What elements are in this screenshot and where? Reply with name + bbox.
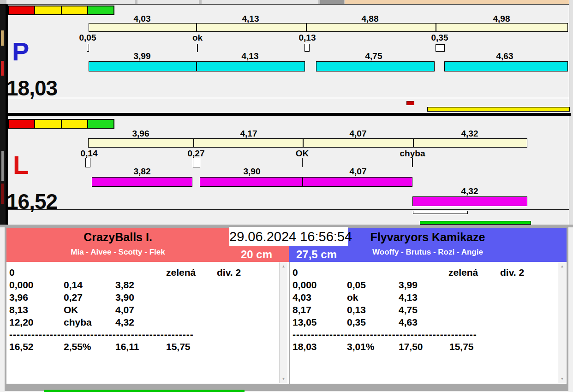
- app-window: P 18,03 4,03 4,13 4,88 4,98 0,05 ok 0,13…: [0, 0, 573, 392]
- lane-l-window: [6, 116, 569, 225]
- lane-p-mini-marker: [406, 101, 414, 105]
- table-cell: 0,13: [347, 305, 366, 315]
- table-cell: ok: [347, 293, 358, 302]
- table-cell: 12,20: [9, 318, 34, 327]
- lane-p-pass-tick: [197, 44, 198, 52]
- scroll-up-icon[interactable]: ▲: [558, 263, 566, 270]
- table-cell: zelená: [166, 268, 196, 277]
- lane-p-pass-marker: [436, 44, 445, 52]
- table-cell: 0,14: [64, 280, 83, 290]
- run-bar-divider: [196, 61, 197, 71]
- table-cell: 0,000: [9, 280, 34, 290]
- lane-l-rerun-label: 4,32: [461, 186, 478, 196]
- lane-l-pass-marker: [193, 158, 200, 167]
- lane-p-split-label: 4,13: [242, 14, 259, 24]
- lane-p-run-bar: [444, 61, 568, 71]
- lane-p-progress-bar: [427, 107, 570, 112]
- lane-l-pass-label: 0,14: [81, 148, 98, 159]
- table-separator: ----------------------------------------…: [9, 330, 194, 339]
- lane-l-rerun-bar: [412, 196, 527, 206]
- split-bar-divider: [306, 23, 307, 32]
- lane-l-run-bar: [200, 177, 412, 187]
- table-cell: 0,35: [347, 318, 366, 327]
- table-cell: 8,17: [292, 305, 311, 315]
- lane-l-pass-marker: [85, 158, 90, 167]
- lane-l-pass-tick: [302, 158, 303, 167]
- lane-p-baseline: [7, 98, 569, 98]
- lane-l-split-label: 3,96: [132, 129, 149, 139]
- background-tab-segment: [6, 0, 135, 4]
- left-table-scrollbar[interactable]: ▲ ▼: [279, 262, 287, 383]
- lane-l-baseline: [6, 209, 569, 210]
- lane-l-letter: L: [13, 152, 29, 178]
- lane-p-run-label: 4,63: [496, 51, 513, 61]
- team-left-dogs: Mia - Aivee - Scotty - Flek: [6, 248, 229, 257]
- table-cell: 4,75: [399, 305, 418, 315]
- table-cell: chyba: [64, 318, 92, 327]
- lane-l-progress-bar: [420, 221, 531, 225]
- right-table-scrollbar[interactable]: ▲ ▼: [558, 262, 566, 383]
- lane-p-split-bar: [89, 23, 568, 32]
- background-fragment: [1, 61, 4, 76]
- lane-p-run-label: 4,75: [365, 51, 382, 61]
- summary-cell: 15,75: [449, 342, 474, 351]
- lane-l-run-label: 4,07: [350, 166, 367, 177]
- split-bar-divider: [193, 138, 194, 148]
- lane-l-split-label: 4,17: [240, 129, 257, 139]
- table-cell: zelená: [448, 268, 478, 277]
- table-cell: 4,07: [115, 305, 134, 315]
- traffic-yellow-segment: [62, 6, 87, 14]
- run-bar-divider: [302, 177, 303, 187]
- lane-l-run-bar: [92, 177, 192, 187]
- scroll-down-icon[interactable]: ▼: [558, 376, 566, 382]
- summary-cell: 3,01%: [347, 342, 375, 351]
- lane-l-split-label: 4,07: [350, 129, 367, 139]
- lane-l-pass-tick: [412, 158, 413, 167]
- lane-p-letter: P: [12, 39, 29, 65]
- table-cell: 3,82: [115, 280, 134, 290]
- table-cell: 4,03: [292, 293, 311, 302]
- background-fragment: [1, 151, 4, 181]
- lane-p-split-label: 4,88: [362, 14, 379, 24]
- lane-l-pass-label: OK: [296, 148, 309, 159]
- lane-l-run-label: 3,82: [134, 166, 151, 177]
- table-cell: 3,96: [9, 293, 28, 302]
- summary-cell: 16,52: [9, 342, 34, 351]
- lane-p-run-label: 3,99: [134, 51, 151, 61]
- table-cell: 13,05: [292, 318, 317, 327]
- timestamp: 29.06.2024 16:56:54: [229, 227, 348, 246]
- lane-l-split-label: 4,32: [461, 129, 478, 139]
- background-tab-segment: [202, 0, 318, 4]
- team-left-jump-height: 20 cm: [231, 248, 282, 260]
- table-cell: 0,27: [64, 293, 83, 302]
- lane-p-total-time: 18,03: [6, 77, 57, 99]
- lane-l-split-bar: [88, 138, 527, 148]
- table-cell: 4,63: [399, 318, 418, 327]
- summary-cell: 16,11: [115, 342, 139, 351]
- summary-cell: 2,55%: [64, 342, 91, 351]
- lane-l-run-label: 3,90: [244, 166, 261, 177]
- lane-p-split-label: 4,98: [493, 14, 510, 24]
- table-cell: 0: [9, 268, 15, 277]
- traffic-green-segment: [88, 6, 113, 14]
- traffic-yellow-segment: [35, 120, 60, 128]
- split-bar-divider: [413, 138, 414, 148]
- table-cell: div. 2: [217, 268, 241, 277]
- scroll-up-icon[interactable]: ▲: [280, 263, 287, 270]
- traffic-red-segment: [9, 6, 34, 14]
- table-cell: OK: [64, 305, 78, 315]
- split-bar-divider: [196, 23, 197, 32]
- team-right-jump-height: 27,5 cm: [291, 248, 342, 260]
- lane-p-run-bar: [89, 61, 305, 71]
- scroll-down-icon[interactable]: ▼: [280, 376, 287, 382]
- lane-p-traffic-light: [8, 6, 114, 15]
- lane-l-pass-label: chyba: [400, 148, 425, 159]
- table-separator: ----------------------------------------…: [292, 330, 477, 339]
- split-bar-divider: [303, 138, 304, 148]
- lane-p-pass-label: ok: [192, 33, 203, 43]
- lane-p-pass-label: 0,05: [79, 33, 96, 43]
- traffic-yellow-segment: [62, 120, 87, 128]
- table-cell: 0: [292, 268, 298, 277]
- lane-p-pass-label: 0,35: [431, 33, 448, 43]
- table-cell: 0,000: [292, 280, 317, 290]
